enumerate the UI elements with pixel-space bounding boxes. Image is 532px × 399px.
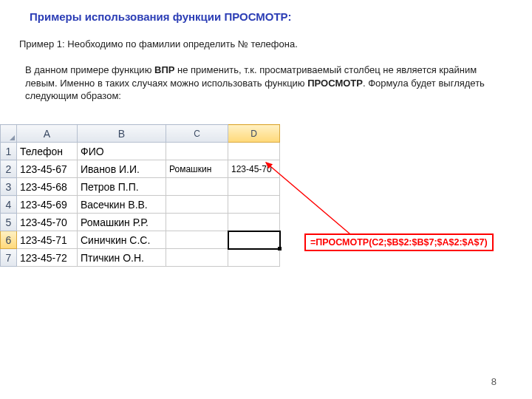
prosmotr-bold: ПРОСМОТР xyxy=(307,78,363,89)
col-header-a[interactable]: A xyxy=(17,125,78,143)
cell[interactable]: 123-45-70 xyxy=(228,160,280,178)
cell[interactable] xyxy=(228,249,280,267)
cell[interactable] xyxy=(166,214,228,231)
row-header-7[interactable]: 7 xyxy=(1,249,17,267)
col-header-b[interactable]: B xyxy=(78,125,166,143)
page-number: 8 xyxy=(491,376,497,387)
cell[interactable] xyxy=(228,178,280,196)
cell[interactable]: 123-45-72 xyxy=(17,249,78,267)
row-header-2[interactable]: 2 xyxy=(1,160,17,178)
cell[interactable] xyxy=(228,196,280,214)
cell[interactable]: Синичкин С.С. xyxy=(78,231,166,249)
example-subtitle: Пример 1: Необходимо по фамилии определи… xyxy=(19,38,298,50)
row-header-5[interactable]: 5 xyxy=(1,214,17,231)
formula-callout: =ПРОСМОТР(C2;$B$2:$B$7;$A$2:$A$7) xyxy=(304,233,494,251)
cell[interactable]: Ромашкин xyxy=(166,160,228,178)
cell[interactable]: 123-45-69 xyxy=(17,196,78,214)
cell[interactable] xyxy=(166,231,228,249)
spreadsheet: A B C D 1 Телефон ФИО 2 123-45-67 Иванов… xyxy=(0,124,280,267)
row-header-3[interactable]: 3 xyxy=(1,178,17,196)
row-header-6[interactable]: 6 xyxy=(1,231,17,249)
row-header-4[interactable]: 4 xyxy=(1,196,17,214)
cell[interactable] xyxy=(166,249,228,267)
para-text: В данном примере функцию xyxy=(25,64,154,75)
cell[interactable] xyxy=(228,143,280,160)
cell[interactable]: 123-45-71 xyxy=(17,231,78,249)
slide-title: Примеры использования функции ПРОСМОТР: xyxy=(30,10,291,23)
cell[interactable]: Ромашкин Р.Р. xyxy=(78,214,166,231)
cell[interactable]: Петров П.П. xyxy=(78,178,166,196)
description-paragraph: В данном примере функцию ВПР не применит… xyxy=(25,64,498,103)
cell[interactable]: 123-45-67 xyxy=(17,160,78,178)
cell[interactable]: Васечкин В.В. xyxy=(78,196,166,214)
cell[interactable] xyxy=(166,178,228,196)
row-header-1[interactable]: 1 xyxy=(1,143,17,160)
cell[interactable]: 123-45-68 xyxy=(17,178,78,196)
active-cell[interactable] xyxy=(228,231,280,249)
cell[interactable]: ФИО xyxy=(78,143,166,160)
cell[interactable]: Иванов И.И. xyxy=(78,160,166,178)
cell[interactable]: Птичкин О.Н. xyxy=(78,249,166,267)
cell[interactable]: Телефон xyxy=(17,143,78,160)
cell[interactable]: 123-45-70 xyxy=(17,214,78,231)
cell[interactable] xyxy=(166,196,228,214)
vpr-bold: ВПР xyxy=(154,64,174,75)
col-header-c[interactable]: C xyxy=(166,125,228,143)
cell[interactable] xyxy=(166,143,228,160)
cell[interactable] xyxy=(228,214,280,231)
select-all-corner[interactable] xyxy=(1,125,17,143)
col-header-d[interactable]: D xyxy=(228,125,280,143)
